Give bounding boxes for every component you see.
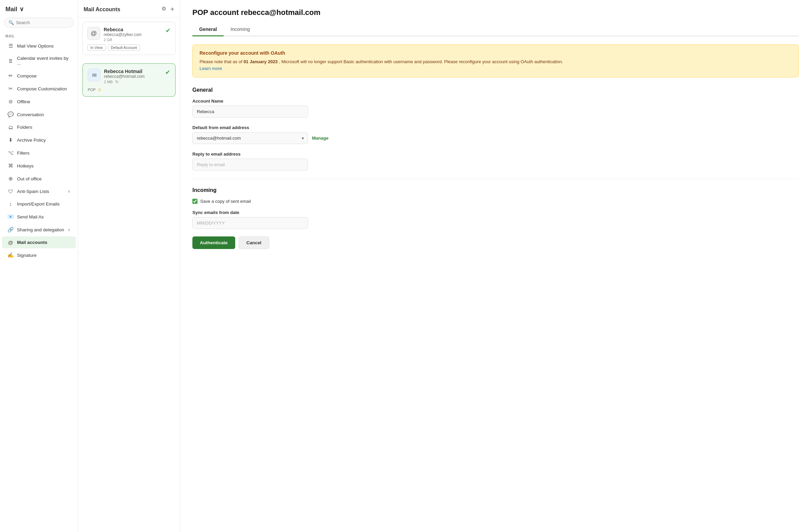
account-card-rebecca-hotmail[interactable]: ✉ Rebecca Hotmail rebecca@hotmail.com 2 … <box>82 63 176 97</box>
account-card-top-hotmail: ✉ Rebecca Hotmail rebecca@hotmail.com 2 … <box>88 68 170 84</box>
cancel-button[interactable]: Cancel <box>239 236 269 249</box>
account-size-hotmail: 2 MB ↻ <box>104 79 162 84</box>
save-copy-checkbox-row: Save a copy of sent email <box>193 199 799 204</box>
default-email-label: Default from email address <box>193 125 799 130</box>
account-name-hotmail: Rebecca Hotmail <box>104 68 162 74</box>
tab-incoming[interactable]: Incoming <box>224 24 257 36</box>
mail-view-options-icon: ☰ <box>7 43 14 49</box>
sidebar-item-label: Compose <box>17 73 37 78</box>
sidebar-item-offline[interactable]: ⊘ Offline <box>2 95 76 108</box>
sidebar-item-send-mail-as[interactable]: 📧 Send Mail As <box>2 210 76 223</box>
sidebar-item-compose[interactable]: ✏ Compose <box>2 69 76 82</box>
chevron-down-icon-2: ∨ <box>67 228 70 232</box>
folders-icon: 🗂 <box>7 124 14 130</box>
search-bar[interactable]: 🔍 <box>4 18 74 28</box>
warning-icon: ⚠ <box>97 87 102 92</box>
account-type-pop: POP <box>88 88 95 92</box>
compose-custom-icon: ✂ <box>7 85 14 92</box>
middle-panel: Mail Accounts ⚙ + @ Rebecca rebecca@zylk… <box>78 0 180 532</box>
sync-date-input[interactable] <box>193 217 308 229</box>
button-row: Authenticate Cancel <box>193 236 799 249</box>
account-info-hotmail: Rebecca Hotmail rebecca@hotmail.com 2 MB… <box>104 68 162 84</box>
sidebar-item-mail-accounts[interactable]: @ Mail accounts <box>2 236 76 248</box>
sidebar-item-label: Out of office <box>17 176 42 182</box>
hotmail-icon: ✉ <box>92 72 96 78</box>
general-section-title: General <box>193 87 799 93</box>
account-card-rebecca-zylker[interactable]: @ Rebecca rebecca@zylker.com 2 GB ✔ In V… <box>82 22 176 55</box>
reply-to-input[interactable] <box>193 159 308 171</box>
sync-date-field: Sync emails from date <box>193 210 799 229</box>
sidebar-item-filters[interactable]: ⌥ Filters <box>2 147 76 159</box>
app-title-chevron[interactable]: ∨ <box>19 5 24 13</box>
sidebar-item-compose-customization[interactable]: ✂ Compose Customization <box>2 82 76 95</box>
add-account-icon[interactable]: + <box>170 5 174 13</box>
app-title-bar: Mail ∨ <box>0 0 78 16</box>
sidebar-item-label: Archive Policy <box>17 138 46 143</box>
sidebar-item-label: Import/Export Emails <box>17 201 60 206</box>
sidebar: Mail ∨ 🔍 MAIL ☰ Mail View Options 🗓 Cale… <box>0 0 78 532</box>
sidebar-item-label: Sharing and delegation <box>17 227 64 232</box>
default-email-row: rebecca@hotmail.com Manage <box>193 132 799 144</box>
sidebar-item-hotkeys[interactable]: ⌘ Hotkeys <box>2 160 76 172</box>
account-name-field: Account Name <box>193 98 799 118</box>
sidebar-item-label: Compose Customization <box>17 86 67 91</box>
account-card-top: @ Rebecca rebecca@zylker.com 2 GB ✔ <box>87 27 171 42</box>
calendar-icon: 🗓 <box>7 58 14 64</box>
sidebar-item-anti-spam-lists[interactable]: 🛡 Anti-Spam Lists ∨ <box>2 186 76 198</box>
conversation-icon: 💬 <box>7 111 14 118</box>
sidebar-item-label: Signature <box>17 253 37 258</box>
authenticate-button[interactable]: Authenticate <box>193 236 235 249</box>
avatar-rebecca-hotmail: ✉ <box>88 68 101 81</box>
save-copy-label: Save a copy of sent email <box>200 199 251 204</box>
account-tag-default: Default Account <box>108 45 140 51</box>
app-title: Mail <box>5 6 17 13</box>
offline-icon: ⊘ <box>7 98 14 105</box>
save-copy-checkbox[interactable] <box>193 199 198 204</box>
sidebar-item-label: Folders <box>17 125 32 130</box>
signature-icon: ✍ <box>7 252 14 258</box>
manage-link[interactable]: Manage <box>312 136 328 141</box>
sidebar-item-out-of-office[interactable]: ⊕ Out of office <box>2 173 76 185</box>
sidebar-item-label: Mail accounts <box>17 240 47 245</box>
oauth-banner-date: 01 January 2023 <box>243 59 277 64</box>
at-icon: @ <box>91 30 97 37</box>
account-name: Rebecca <box>104 27 162 32</box>
sync-icon: ↻ <box>115 79 119 84</box>
sharing-icon: 🔗 <box>7 226 14 233</box>
sidebar-item-calendar-event-invites[interactable]: 🗓 Calendar event invites by ... <box>2 53 76 69</box>
sync-date-label: Sync emails from date <box>193 210 799 215</box>
chevron-down-icon: ∨ <box>67 189 70 194</box>
sidebar-item-folders[interactable]: 🗂 Folders <box>2 121 76 133</box>
sidebar-item-signature[interactable]: ✍ Signature <box>2 249 76 261</box>
page-title: POP account rebecca@hotmail.com <box>193 8 799 17</box>
middle-header-actions: ⚙ + <box>162 5 174 13</box>
search-input[interactable] <box>16 20 69 25</box>
account-info-rebecca: Rebecca rebecca@zylker.com 2 GB <box>104 27 162 42</box>
default-email-select[interactable]: rebecca@hotmail.com <box>193 132 308 144</box>
import-export-icon: ↕ <box>7 201 14 207</box>
account-email-hotmail: rebecca@hotmail.com <box>104 74 162 79</box>
account-check-icon-hotmail: ✔ <box>165 68 170 76</box>
learn-more-link[interactable]: Learn more <box>200 66 222 71</box>
account-check-icon: ✔ <box>166 27 171 34</box>
main-content: POP account rebecca@hotmail.com General … <box>180 0 811 532</box>
account-name-input[interactable] <box>193 106 308 118</box>
gear-icon[interactable]: ⚙ <box>162 5 166 13</box>
default-email-field: Default from email address rebecca@hotma… <box>193 125 799 144</box>
tab-general[interactable]: General <box>193 24 224 36</box>
sidebar-item-label: Send Mail As <box>17 214 44 219</box>
sidebar-item-archive-policy[interactable]: ⬇ Archive Policy <box>2 134 76 146</box>
sidebar-section-label: MAIL <box>0 32 78 40</box>
account-email: rebecca@zylker.com <box>104 32 162 37</box>
tab-bar: General Incoming <box>193 24 799 36</box>
oauth-banner-title: Reconfigure your account with OAuth <box>200 50 792 56</box>
sidebar-item-conversation[interactable]: 💬 Conversation <box>2 108 76 121</box>
sidebar-item-import-export[interactable]: ↕ Import/Export Emails <box>2 198 76 210</box>
sidebar-item-label: Hotkeys <box>17 163 34 169</box>
sidebar-item-mail-view-options[interactable]: ☰ Mail View Options <box>2 40 76 52</box>
mail-accounts-icon: @ <box>7 239 14 245</box>
sidebar-item-label: Calendar event invites by ... <box>17 56 70 66</box>
account-name-label: Account Name <box>193 98 799 104</box>
sidebar-item-label: Filters <box>17 151 30 156</box>
sidebar-item-sharing-delegation[interactable]: 🔗 Sharing and delegation ∨ <box>2 223 76 236</box>
